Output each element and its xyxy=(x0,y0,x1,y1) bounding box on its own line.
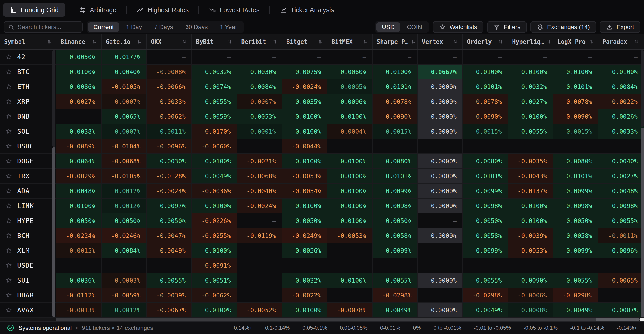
rate-cell[interactable]: – xyxy=(418,214,463,228)
rate-cell[interactable]: 0.0100% xyxy=(282,199,328,214)
rate-cell[interactable]: 0.0100% xyxy=(328,154,372,169)
rate-cell[interactable]: – xyxy=(553,50,598,64)
rate-cell[interactable]: – xyxy=(598,50,644,64)
export-button[interactable]: Export xyxy=(600,21,640,33)
rate-cell[interactable]: – xyxy=(463,258,508,273)
rate-cell[interactable]: – xyxy=(237,214,282,228)
rate-cell[interactable]: 0.0084% xyxy=(237,79,282,94)
left-scrollbar-thumb[interactable] xyxy=(52,50,55,147)
symbol-cell-usde[interactable]: USDE xyxy=(0,258,56,273)
rate-cell[interactable]: -0.0119% xyxy=(237,228,282,243)
rate-cell[interactable]: – xyxy=(508,50,553,64)
right-scrollbar-thumb[interactable] xyxy=(640,50,644,127)
rate-cell[interactable]: 0.0100% xyxy=(328,169,372,184)
rate-cell[interactable]: – xyxy=(372,139,418,154)
rate-cell[interactable]: 0.0087% xyxy=(598,303,644,318)
rate-cell[interactable]: 0.0012% xyxy=(102,184,147,199)
symbol-cell-42[interactable]: 42 xyxy=(0,50,56,64)
rate-cell[interactable]: 0.0100% xyxy=(192,303,237,318)
rate-cell[interactable]: 0.0098% xyxy=(598,199,644,214)
rate-cell[interactable]: 0.0101% xyxy=(463,79,508,94)
rate-cell[interactable]: -0.0022% xyxy=(598,94,644,109)
column-header-binance[interactable]: Binance xyxy=(56,34,102,49)
rate-cell[interactable]: -0.0246% xyxy=(102,228,147,243)
rate-cell[interactable]: 0.0100% xyxy=(56,64,102,79)
rate-cell[interactable]: 0.0100% xyxy=(328,184,372,199)
rate-cell[interactable]: 0.0100% xyxy=(282,124,328,139)
rate-cell[interactable]: 0.0055% xyxy=(372,273,418,288)
rate-cell[interactable]: -0.0062% xyxy=(147,109,192,124)
symbol-cell-sui[interactable]: SUI xyxy=(0,273,56,288)
rate-cell[interactable]: 0.0000% xyxy=(418,154,463,169)
rate-cell[interactable]: 0.0033% xyxy=(598,124,644,139)
column-header-sharpe-p[interactable]: Sharpe P… xyxy=(372,34,418,49)
rate-cell[interactable]: 0.0177% xyxy=(102,50,147,64)
rate-cell[interactable]: 0.0000% xyxy=(418,273,463,288)
rate-cell[interactable]: – xyxy=(372,258,418,273)
rate-cell[interactable]: 0.0050% xyxy=(56,50,102,64)
rate-cell[interactable]: 0.0100% xyxy=(192,199,237,214)
rate-cell[interactable]: -0.0068% xyxy=(237,169,282,184)
rate-cell[interactable]: -0.0096% xyxy=(147,139,192,154)
rate-cell[interactable]: -0.0105% xyxy=(102,169,147,184)
rate-cell[interactable]: -0.0224% xyxy=(56,228,102,243)
rate-cell[interactable]: 0.0000% xyxy=(418,169,463,184)
nav-tab-highest-rates[interactable]: Highest Rates xyxy=(130,3,195,17)
rate-cell[interactable]: -0.0112% xyxy=(56,288,102,303)
sort-icon[interactable] xyxy=(182,39,188,45)
rate-cell[interactable]: 0.0032% xyxy=(282,273,328,288)
symbol-cell-link[interactable]: LINK xyxy=(0,199,56,214)
sort-icon[interactable] xyxy=(452,39,458,45)
rate-cell[interactable]: – xyxy=(598,258,644,273)
rate-cell[interactable]: 0.0096% xyxy=(328,94,372,109)
rate-cell[interactable]: 0.0040% xyxy=(102,64,147,79)
rate-cell[interactable]: – xyxy=(328,258,372,273)
rate-cell[interactable]: 0.0084% xyxy=(598,79,644,94)
rate-cell[interactable]: 0.0027% xyxy=(598,169,644,184)
rate-cell[interactable]: 0.0005% xyxy=(328,79,372,94)
rate-cell[interactable]: 0.0101% xyxy=(463,169,508,184)
symbol-cell-trx[interactable]: TRX xyxy=(0,169,56,184)
rate-cell[interactable]: -0.0089% xyxy=(56,139,102,154)
column-header-bitmex[interactable]: BitMEX xyxy=(328,34,372,49)
rate-cell[interactable]: -0.0021% xyxy=(237,154,282,169)
rate-cell[interactable]: -0.0090% xyxy=(372,109,418,124)
rate-cell[interactable]: – xyxy=(147,258,192,273)
rate-cell[interactable]: – xyxy=(508,139,553,154)
rate-cell[interactable]: -0.0029% xyxy=(56,169,102,184)
rate-cell[interactable]: 0.0049% xyxy=(463,303,508,318)
rate-cell[interactable]: 0.0000% xyxy=(418,228,463,243)
rate-cell[interactable]: 0.0098% xyxy=(463,199,508,214)
rate-cell[interactable]: – xyxy=(463,139,508,154)
rate-cell[interactable]: 0.0100% xyxy=(282,303,328,318)
rate-cell[interactable]: – xyxy=(418,288,463,303)
rate-cell[interactable]: – xyxy=(328,288,372,303)
rate-cell[interactable]: 0.0000% xyxy=(418,109,463,124)
rate-cell[interactable]: 0.0050% xyxy=(553,214,598,228)
column-header-symbol[interactable]: Symbol xyxy=(0,34,56,49)
rate-cell[interactable]: -0.0047% xyxy=(147,228,192,243)
rate-cell[interactable]: 0.0099% xyxy=(372,243,418,258)
rate-cell[interactable]: 0.0080% xyxy=(553,154,598,169)
rate-cell[interactable]: 0.0050% xyxy=(102,214,147,228)
time-range-7-days[interactable]: 7 Days xyxy=(149,22,178,32)
rate-cell[interactable]: -0.0024% xyxy=(147,184,192,199)
rate-cell[interactable]: – xyxy=(328,139,372,154)
rate-cell[interactable]: 0.0097% xyxy=(147,199,192,214)
sort-icon[interactable] xyxy=(546,39,552,45)
sort-icon[interactable] xyxy=(46,39,52,45)
rate-cell[interactable]: 0.0008% xyxy=(508,303,553,318)
rate-cell[interactable]: 0.0036% xyxy=(56,273,102,288)
rate-cell[interactable]: -0.0024% xyxy=(282,79,328,94)
rate-cell[interactable]: – xyxy=(237,243,282,258)
column-header-logx-pro[interactable]: LogX Pro xyxy=(553,34,598,49)
rate-cell[interactable]: 0.0000% xyxy=(418,94,463,109)
time-range-1-year[interactable]: 1 Year xyxy=(214,22,243,32)
rate-cell[interactable]: 0.0090% xyxy=(508,273,553,288)
rate-cell[interactable]: -0.0007% xyxy=(102,94,147,109)
rate-cell[interactable]: -0.0078% xyxy=(553,94,598,109)
right-scrollbar-track[interactable] xyxy=(640,128,644,317)
rate-cell[interactable]: 0.0100% xyxy=(328,214,372,228)
rate-cell[interactable]: -0.0006% xyxy=(508,288,553,303)
rate-cell[interactable]: 0.0098% xyxy=(372,199,418,214)
